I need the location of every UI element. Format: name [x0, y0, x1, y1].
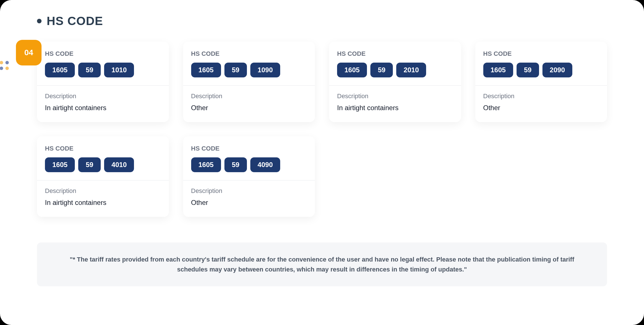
hs-code-card[interactable]: HS CODE1605594090DescriptionOther — [183, 136, 315, 217]
code-pill: 59 — [517, 63, 539, 77]
page-container: HS CODE 04 HS CODE1605591010DescriptionI… — [0, 0, 644, 325]
svg-point-5 — [5, 67, 9, 70]
code-pill: 59 — [78, 63, 101, 77]
svg-point-4 — [0, 67, 3, 70]
code-pill: 2090 — [542, 63, 572, 77]
svg-point-2 — [5, 61, 9, 64]
code-pill: 1010 — [104, 63, 134, 77]
card-label: HS CODE — [483, 50, 599, 57]
hs-code-card[interactable]: HS CODE1605591090DescriptionOther — [183, 42, 315, 122]
description-label: Description — [337, 92, 453, 100]
code-pill: 59 — [78, 157, 101, 172]
code-pills: 1605592090 — [483, 63, 599, 77]
section-title: HS CODE — [37, 14, 607, 28]
svg-point-1 — [0, 61, 3, 64]
code-pills: 1605594090 — [191, 157, 307, 172]
card-label: HS CODE — [191, 145, 307, 152]
code-pill: 1605 — [191, 157, 221, 172]
code-pill: 59 — [224, 157, 247, 172]
hs-code-card[interactable]: HS CODE1605592090DescriptionOther — [475, 42, 607, 122]
code-pills: 1605591010 — [45, 63, 161, 77]
card-divider — [329, 85, 461, 86]
description-value: In airtight containers — [45, 199, 161, 207]
card-label: HS CODE — [45, 145, 161, 152]
code-pill: 1090 — [250, 63, 280, 77]
code-pill: 59 — [224, 63, 247, 77]
code-pills: 1605592010 — [337, 63, 453, 77]
card-divider — [183, 180, 315, 180]
code-pill: 1605 — [45, 157, 75, 172]
description-label: Description — [483, 92, 599, 100]
description-value: Other — [483, 104, 599, 112]
decorative-dots-icon — [0, 60, 10, 74]
code-pill: 1605 — [191, 63, 221, 77]
description-value: Other — [191, 104, 307, 112]
card-label: HS CODE — [45, 50, 161, 57]
code-pill: 4090 — [250, 157, 280, 172]
hs-code-card[interactable]: HS CODE1605594010DescriptionIn airtight … — [37, 136, 169, 217]
section-title-text: HS CODE — [47, 14, 103, 28]
code-pill: 1605 — [483, 63, 513, 77]
description-label: Description — [45, 187, 161, 195]
card-divider — [37, 85, 169, 86]
card-label: HS CODE — [191, 50, 307, 57]
bullet-icon — [37, 19, 42, 23]
card-divider — [475, 85, 607, 86]
code-pills: 1605594010 — [45, 157, 161, 172]
card-divider — [183, 85, 315, 86]
description-label: Description — [191, 92, 307, 100]
disclaimer-note: "* The tariff rates provided from each c… — [37, 242, 607, 286]
code-pill: 59 — [370, 63, 393, 77]
code-pill: 2010 — [396, 63, 426, 77]
description-value: In airtight containers — [45, 104, 161, 112]
code-pill: 1605 — [45, 63, 75, 77]
card-label: HS CODE — [337, 50, 453, 57]
description-value: Other — [191, 199, 307, 207]
code-pill: 4010 — [104, 157, 134, 172]
hs-code-card[interactable]: HS CODE1605592010DescriptionIn airtight … — [329, 42, 461, 122]
cards-grid: HS CODE1605591010DescriptionIn airtight … — [37, 42, 607, 217]
description-label: Description — [45, 92, 161, 100]
description-value: In airtight containers — [337, 104, 453, 112]
card-divider — [37, 180, 169, 180]
code-pill: 1605 — [337, 63, 367, 77]
description-label: Description — [191, 187, 307, 195]
code-pills: 1605591090 — [191, 63, 307, 77]
section-number-badge: 04 — [16, 40, 42, 65]
hs-code-card[interactable]: HS CODE1605591010DescriptionIn airtight … — [37, 42, 169, 122]
